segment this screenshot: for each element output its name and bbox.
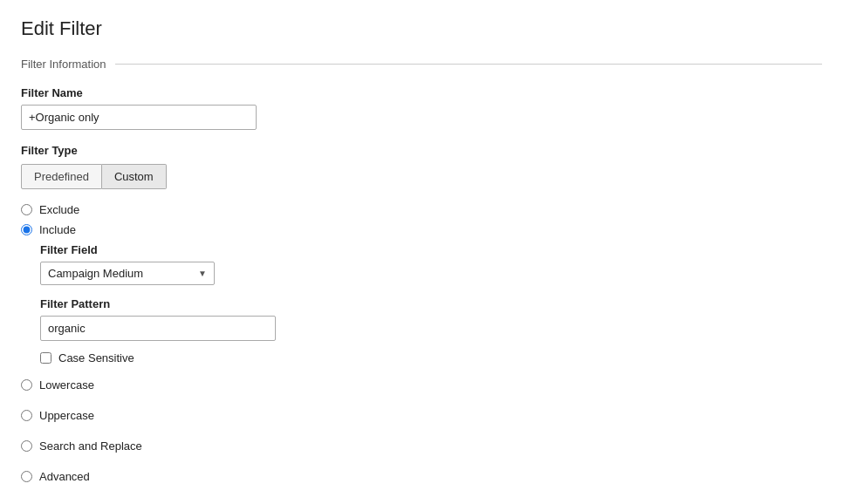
filter-type-button-group: Predefined Custom	[21, 164, 822, 189]
search-replace-label: Search and Replace	[39, 439, 142, 453]
case-sensitive-label: Case Sensitive	[58, 351, 134, 364]
dropdown-arrow-icon: ▼	[198, 269, 207, 278]
predefined-button[interactable]: Predefined	[21, 164, 102, 189]
lowercase-option[interactable]: Lowercase	[21, 378, 822, 392]
filter-field-value: Campaign Medium	[48, 267, 143, 280]
custom-button[interactable]: Custom	[102, 164, 167, 189]
advanced-option[interactable]: Advanced	[21, 470, 822, 483]
uppercase-radio[interactable]	[21, 410, 32, 421]
filter-name-group: Filter Name	[21, 86, 822, 130]
search-replace-radio[interactable]	[21, 440, 32, 452]
filter-type-label: Filter Type	[21, 144, 822, 157]
section-header-label: Filter Information	[21, 58, 106, 71]
case-sensitive-option: Case Sensitive	[40, 351, 822, 364]
filter-field-dropdown[interactable]: Campaign Medium ▼	[40, 262, 215, 285]
include-fields: Filter Field Campaign Medium ▼ Filter Pa…	[40, 243, 822, 364]
page-title: Edit Filter	[21, 17, 822, 40]
filter-name-input[interactable]	[21, 105, 257, 130]
filter-pattern-label: Filter Pattern	[40, 297, 822, 310]
exclude-option[interactable]: Exclude	[21, 203, 822, 216]
section-header: Filter Information	[21, 58, 822, 71]
exclude-label: Exclude	[39, 203, 79, 216]
include-label: Include	[39, 223, 76, 236]
filter-type-section: Filter Type Predefined Custom	[21, 144, 822, 189]
filter-field-label: Filter Field	[40, 243, 822, 256]
lowercase-label: Lowercase	[39, 378, 94, 392]
uppercase-option[interactable]: Uppercase	[21, 409, 822, 422]
lowercase-radio[interactable]	[21, 379, 32, 391]
include-radio[interactable]	[21, 224, 32, 235]
search-replace-option[interactable]: Search and Replace	[21, 439, 822, 453]
include-option[interactable]: Include	[21, 223, 822, 236]
filter-pattern-input[interactable]	[40, 316, 276, 341]
uppercase-label: Uppercase	[39, 409, 94, 422]
filter-name-label: Filter Name	[21, 86, 822, 99]
advanced-radio[interactable]	[21, 471, 32, 482]
advanced-label: Advanced	[39, 470, 90, 483]
exclude-radio[interactable]	[21, 204, 32, 215]
section-divider	[115, 64, 822, 65]
case-sensitive-checkbox[interactable]	[40, 352, 51, 364]
filter-mode-group: Exclude Include Filter Field Campaign Me…	[21, 203, 822, 364]
custom-filter-type-group: Lowercase Uppercase Search and Replace A…	[21, 378, 822, 490]
